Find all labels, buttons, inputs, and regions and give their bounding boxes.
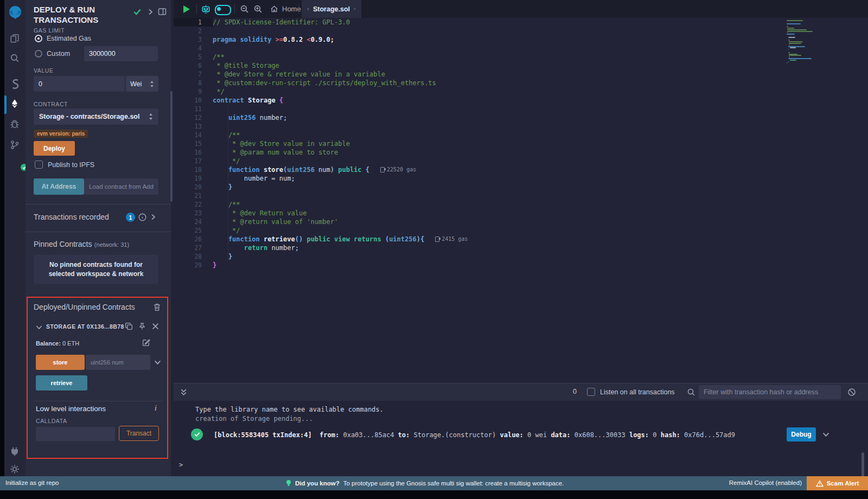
terminal-search-icon[interactable] xyxy=(687,388,695,396)
retrieve-function-button[interactable]: retrieve xyxy=(36,375,87,391)
terminal-scrollbar[interactable] xyxy=(861,452,864,479)
code-line[interactable]: 1// SPDX-License-Identifier: GPL-3.0 xyxy=(174,18,868,27)
zoom-in-icon[interactable] xyxy=(253,4,263,14)
estimated-gas-radio[interactable] xyxy=(35,35,42,42)
panel-chevron-right-icon[interactable] xyxy=(147,9,154,15)
terminal-body[interactable]: Type the library name to see available c… xyxy=(174,400,868,476)
git-icon[interactable] xyxy=(10,140,20,150)
close-tab-icon[interactable] xyxy=(354,6,356,12)
code-line[interactable]: 2 xyxy=(174,27,868,35)
code-line[interactable]: 13 xyxy=(174,122,868,131)
code-line[interactable]: 25 */ xyxy=(174,226,868,235)
solidity-compiler-icon[interactable] xyxy=(10,79,21,89)
code-line[interactable]: 10contract Storage { xyxy=(174,96,868,105)
code-line[interactable]: 17 */ xyxy=(174,157,868,165)
code-line[interactable]: 6 * @title Storage xyxy=(174,61,868,70)
remove-contract-icon[interactable] xyxy=(152,323,159,330)
transact-button[interactable]: Transact xyxy=(119,426,159,441)
contract-selected-label: Storage - contracts/Storage.sol xyxy=(39,113,139,120)
did-you-know-tip: Did you know? To prototype using the Gno… xyxy=(286,476,564,490)
deploy-button[interactable]: Deploy xyxy=(34,141,75,156)
code-line[interactable]: 9 */ xyxy=(174,87,868,96)
value-input[interactable] xyxy=(34,76,125,92)
filter-transactions-input[interactable] xyxy=(699,385,841,399)
line-number: 28 xyxy=(174,252,213,261)
transactions-info-icon[interactable] xyxy=(138,213,146,221)
store-args-input[interactable] xyxy=(86,355,150,370)
code-line[interactable]: 20 } xyxy=(174,183,868,191)
listen-all-checkbox[interactable] xyxy=(587,388,595,396)
terminal-log-text[interactable]: [block:5583405 txIndex:4] from: 0xa03...… xyxy=(214,431,735,439)
code-line[interactable]: 28 } xyxy=(174,252,868,261)
search-icon[interactable] xyxy=(10,53,20,63)
transactions-expand-icon[interactable] xyxy=(150,214,156,220)
custom-gas-radio[interactable] xyxy=(35,50,42,57)
git-init-status[interactable]: Initialize as git repo xyxy=(5,479,59,486)
line-number: 12 xyxy=(174,113,213,122)
expand-log-icon[interactable] xyxy=(822,431,829,438)
code-line[interactable]: 18 function store(uint256 num) public {2… xyxy=(174,165,868,174)
at-address-input[interactable] xyxy=(84,178,158,195)
home-icon xyxy=(270,5,278,13)
deployed-contract-header[interactable]: STORAGE AT 0X136...8B78 xyxy=(46,323,124,330)
at-address-button[interactable]: At Address xyxy=(34,178,84,195)
code-editor[interactable]: 1// SPDX-License-Identifier: GPL-3.023pr… xyxy=(174,18,868,383)
copy-address-icon[interactable] xyxy=(125,322,133,330)
pin-panel-icon[interactable] xyxy=(158,8,167,16)
deployed-title: Deployed/Unpinned Contracts xyxy=(34,303,135,311)
code-line[interactable]: 21 xyxy=(174,191,868,200)
code-line[interactable]: 19 number = num; xyxy=(174,174,868,183)
publish-ipfs-checkbox[interactable] xyxy=(35,161,43,169)
copilot-status[interactable]: RemixAI Copilot (enabled) xyxy=(729,479,802,486)
zoom-out-icon[interactable] xyxy=(240,4,249,14)
code-line[interactable]: 14 /** xyxy=(174,131,868,139)
gas-icon xyxy=(435,236,439,242)
plugin-manager-icon[interactable] xyxy=(10,446,20,456)
home-tab[interactable]: Home xyxy=(270,0,301,18)
ai-assistant-icon[interactable] xyxy=(201,4,211,14)
terminal-prompt[interactable]: > xyxy=(179,461,183,469)
code-line[interactable]: 23 * @dev Return value xyxy=(174,209,868,217)
code-line[interactable]: 27 return number; xyxy=(174,244,868,252)
clear-console-icon[interactable] xyxy=(847,388,856,396)
store-expand-icon[interactable] xyxy=(154,359,161,366)
code-line[interactable]: 29} xyxy=(174,261,868,270)
file-explorer-icon[interactable] xyxy=(10,34,20,43)
pin-contract-icon[interactable] xyxy=(138,322,146,330)
contract-collapse-icon[interactable] xyxy=(36,324,42,330)
code-line[interactable]: 4 xyxy=(174,44,868,53)
panel-scrollbar[interactable] xyxy=(170,91,173,202)
code-line[interactable]: 3pragma solidity >=0.8.2 <0.9.0; xyxy=(174,35,868,44)
code-line[interactable]: 24 * @return value of 'number' xyxy=(174,217,868,226)
edit-balance-icon[interactable] xyxy=(142,338,150,347)
code-line[interactable]: 7 * @dev Store & retrieve value in a var… xyxy=(174,70,868,79)
terminal-header: 0 Listen on all transactions xyxy=(174,383,868,401)
contract-select[interactable]: Storage - contracts/Storage.sol xyxy=(34,108,158,125)
code-line[interactable]: 22 /** xyxy=(174,200,868,209)
code-line[interactable]: 15 * @dev Store value in variable xyxy=(174,139,868,148)
code-line[interactable]: 11 xyxy=(174,105,868,113)
tab-storage-sol[interactable]: Storage.sol xyxy=(302,0,361,18)
copilot-toggle[interactable] xyxy=(215,5,231,15)
settings-gear-icon[interactable] xyxy=(10,464,20,474)
code-line[interactable]: 16 * @param num value to store xyxy=(174,148,868,157)
remix-logo-icon[interactable] xyxy=(8,5,23,20)
run-script-icon[interactable] xyxy=(183,5,190,13)
scam-alert-button[interactable]: Scam Alert xyxy=(807,476,868,490)
debugger-icon[interactable] xyxy=(10,119,20,129)
minimap[interactable] xyxy=(786,18,820,67)
debug-button[interactable]: Debug xyxy=(787,427,816,442)
calldata-input[interactable] xyxy=(36,427,115,441)
collapse-terminal-icon[interactable] xyxy=(180,388,187,396)
code-line[interactable]: 5/** xyxy=(174,53,868,61)
value-unit-select[interactable]: Wei xyxy=(126,76,158,92)
custom-gas-input[interactable] xyxy=(84,46,158,61)
trash-icon[interactable] xyxy=(154,303,161,311)
low-level-info-icon[interactable]: i xyxy=(155,404,157,413)
line-number: 1 xyxy=(174,18,213,27)
code-line[interactable]: 12 uint256 number; xyxy=(174,113,868,122)
store-function-button[interactable]: store xyxy=(36,355,85,370)
code-line[interactable]: 8 * @custom:dev-run-script ./scripts/dep… xyxy=(174,79,868,87)
deploy-run-icon[interactable] xyxy=(10,99,20,108)
code-line[interactable]: 26 function retrieve() public view retur… xyxy=(174,235,868,244)
